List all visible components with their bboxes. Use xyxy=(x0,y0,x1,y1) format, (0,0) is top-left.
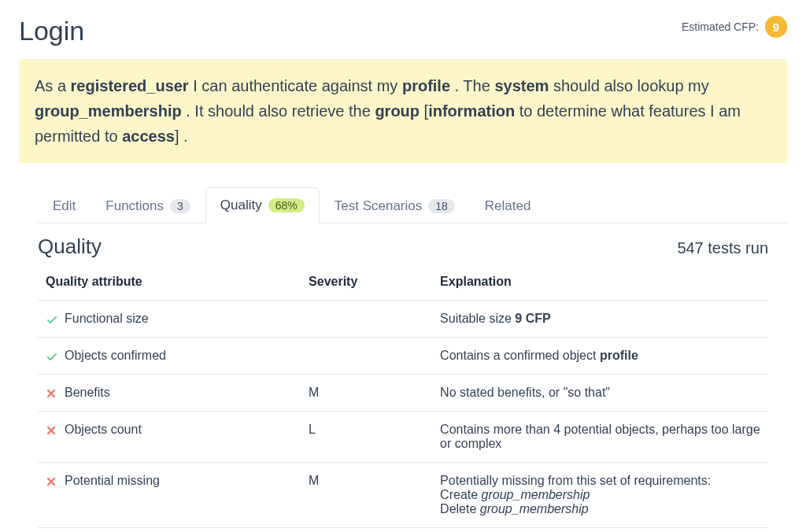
explanation-cell: Contains a confirmed object profile xyxy=(432,338,768,375)
severity-value: M xyxy=(301,463,432,528)
tab-badge: 18 xyxy=(428,199,455,213)
severity-value xyxy=(301,338,432,375)
estimated-cfp-label: Estimated CFP: xyxy=(682,20,759,33)
table-row: Objects confirmedContains a confirmed ob… xyxy=(38,338,768,375)
tests-run-count: 547 tests run xyxy=(677,239,768,257)
estimated-cfp: Estimated CFP: 9 xyxy=(682,16,787,38)
tab-label: Quality xyxy=(220,198,262,213)
cfp-badge: 9 xyxy=(765,16,787,38)
severity-value: M xyxy=(301,375,432,412)
quality-attribute-name: Objects confirmed xyxy=(65,349,166,363)
tab-bar: EditFunctions3Quality68%Test Scenarios18… xyxy=(38,187,787,224)
tab-functions[interactable]: Functions3 xyxy=(91,187,205,224)
cross-icon xyxy=(46,476,57,487)
explanation-cell: Potentially missing from this set of req… xyxy=(432,463,768,528)
quality-attribute-name: Potential missing xyxy=(65,474,160,488)
quality-attribute-name: Objects count xyxy=(65,423,142,437)
check-icon xyxy=(46,351,57,362)
col-header-explanation: Explanation xyxy=(432,265,768,301)
explanation-cell: Contains more than 4 potential objects, … xyxy=(432,412,768,463)
explanation-cell: No stated benefits, or "so that" xyxy=(432,375,768,412)
user-story-block: As a registered_user I can authenticate … xyxy=(19,59,787,163)
page-title: Login xyxy=(19,16,84,46)
quality-table: Quality attribute Severity Explanation F… xyxy=(38,265,768,528)
quality-section-title: Quality xyxy=(38,235,102,259)
tab-related[interactable]: Related xyxy=(470,187,546,224)
cross-icon xyxy=(46,388,57,399)
tab-label: Test Scenarios xyxy=(335,198,423,214)
table-row: BenefitsMNo stated benefits, or "so that… xyxy=(38,375,768,412)
tab-edit[interactable]: Edit xyxy=(38,187,91,224)
tab-quality[interactable]: Quality68% xyxy=(205,187,320,224)
severity-value: L xyxy=(301,412,432,463)
quality-section-header: Quality 547 tests run xyxy=(38,235,768,259)
check-icon xyxy=(46,314,57,325)
tab-badge: 3 xyxy=(170,199,190,213)
table-row: Potential missingMPotentially missing fr… xyxy=(38,463,768,528)
table-row: Functional sizeSuitable size 9 CFP xyxy=(38,301,768,338)
quality-attribute-name: Functional size xyxy=(65,312,149,326)
col-header-severity: Severity xyxy=(301,265,432,301)
tab-label: Edit xyxy=(53,198,76,214)
tab-label: Functions xyxy=(105,198,164,214)
tab-test-scenarios[interactable]: Test Scenarios18 xyxy=(320,187,470,224)
tab-label: Related xyxy=(485,198,531,214)
cross-icon xyxy=(46,425,57,436)
quality-attribute-name: Benefits xyxy=(65,386,110,400)
col-header-attribute: Quality attribute xyxy=(38,265,301,301)
page-header: Login Estimated CFP: 9 xyxy=(19,16,787,46)
explanation-cell: Suitable size 9 CFP xyxy=(432,301,768,338)
severity-value xyxy=(301,301,432,338)
table-row: Objects countLContains more than 4 poten… xyxy=(38,412,768,463)
tab-badge: 68% xyxy=(268,198,305,212)
